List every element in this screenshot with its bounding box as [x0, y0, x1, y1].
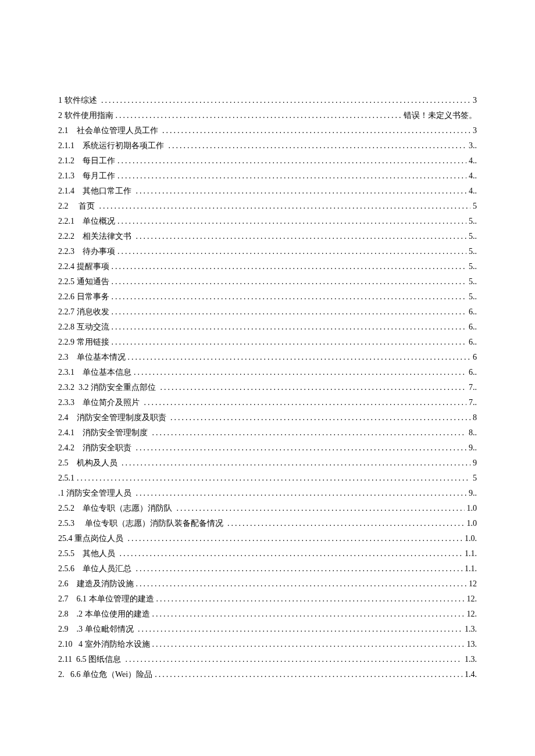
toc-label: 2.2.1 单位概况 — [58, 214, 115, 229]
toc-page: 3.. — [469, 138, 477, 153]
toc-entry: 2.4.1 消防安全管理制度 8.. — [58, 425, 477, 440]
toc-dots — [117, 244, 466, 259]
toc-page: 4.. — [469, 169, 477, 184]
toc-label: 2.5.5 其他人员 — [58, 546, 117, 561]
toc-dots — [112, 259, 467, 274]
toc-entry: 2.10 4 室外消防给水设施 13. — [58, 637, 477, 652]
toc-entry: 2.5.2 单位专职（志愿）消防队 1.0 — [58, 501, 477, 516]
toc-dots — [117, 153, 466, 169]
toc-label: 25.4 重点岗位人员 — [58, 531, 126, 546]
toc-page: 13. — [467, 637, 477, 652]
toc-page: 7.. — [469, 395, 477, 410]
toc-entry: 2 软件使用指南 错误！未定义书签。 — [58, 108, 477, 123]
toc-entry: 2.3 单位基本情况 6 — [58, 350, 477, 365]
toc-label: 2.2 首页 — [58, 199, 97, 214]
toc-page: 错误！未定义书签。 — [404, 108, 477, 123]
toc-entry: 1 软件综述 3 — [58, 93, 477, 108]
toc-page: 9.. — [469, 486, 477, 501]
toc-entry: 2.5 机构及人员 9 — [58, 456, 477, 471]
toc-dots — [155, 667, 462, 682]
toc-label: 2.8 .2 本单位使用的建造 — [58, 607, 150, 622]
toc-label: 2.2.8 互动交流 — [58, 320, 109, 335]
toc-page: 4.. — [469, 153, 477, 169]
toc-page: 6.. — [469, 304, 477, 320]
toc-page: 12 — [469, 576, 477, 592]
toc-dots — [227, 516, 465, 531]
toc-entry: 2.2.8 互动交流 6.. — [58, 320, 477, 335]
toc-dots — [138, 622, 462, 637]
toc-label: 2.2.6 日常事务 — [58, 289, 109, 304]
toc-entry: 2.11 6.5 图纸信息 1.3. — [58, 652, 477, 667]
toc-label: 2.4 消防安全管理制度及职责 — [58, 410, 168, 425]
toc-dots — [162, 123, 470, 138]
toc-label: 1 软件综述 — [58, 93, 99, 108]
toc-label: 2 软件使用指南 — [58, 108, 113, 123]
toc-page: 5.. — [469, 244, 477, 259]
toc-page: 8 — [473, 410, 477, 425]
toc-page: 6.. — [469, 320, 477, 335]
toc-entry: 2.2.5 通知通告 5.. — [58, 274, 477, 289]
toc-page: 1.3. — [465, 652, 477, 667]
toc-dots — [101, 93, 470, 108]
toc-label: 2.1 社会单位管理人员工作 — [58, 123, 160, 138]
toc-dots — [136, 229, 467, 244]
toc-label: 2.10 4 室外消防给水设施 — [58, 637, 150, 652]
toc-entry: 2.2.4 提醒事项 5.. — [58, 259, 477, 274]
toc-label: 2.1.4 其他口常工作 — [58, 184, 134, 199]
toc-dots — [99, 199, 471, 214]
toc-page: 5.. — [469, 259, 477, 274]
toc-label: 2.4.2 消防安全职责 — [58, 440, 134, 456]
toc-entry: 2.2.6 日常事务 5.. — [58, 289, 477, 304]
toc-dots — [136, 561, 463, 576]
toc-dots — [77, 471, 470, 486]
toc-dots — [112, 289, 467, 304]
toc-page: 5.. — [469, 214, 477, 229]
toc-page: 5.. — [469, 289, 477, 304]
toc-entry: 2.1.4 其他口常工作 4.. — [58, 184, 477, 199]
toc-label: 2.3.3 单位简介及照片 — [58, 395, 142, 410]
toc-page: 1.0. — [465, 531, 477, 546]
toc-entry: 2.3.1 单位基本信息 6.. — [58, 365, 477, 380]
toc-label: 2.5.6 单位人员汇总 — [58, 561, 134, 576]
toc-entry: 2.5.3 单位专职（志愿）消防队装备配备情况 1.0 — [58, 516, 477, 531]
toc-label: 2.3.2 3.2 消防安全重点部位 — [58, 380, 158, 395]
toc-page: 9.. — [469, 440, 477, 456]
toc-page: 7.. — [469, 380, 477, 395]
toc-label: 2.2.4 提醒事项 — [58, 259, 109, 274]
toc-page: 3 — [473, 123, 477, 138]
toc-page: 6.. — [469, 335, 477, 350]
toc-dots — [117, 169, 466, 184]
toc-page: 1.0 — [467, 516, 477, 531]
toc-page: 1.1. — [465, 546, 477, 561]
toc-entry: 2.1.1 系统运行初期各项工作 3.. — [58, 138, 477, 153]
toc-page: 5.. — [469, 274, 477, 289]
toc-entry: 2.5.6 单位人员汇总 1.1. — [58, 561, 477, 576]
toc-entry: 2.1.3 每月工作 4.. — [58, 169, 477, 184]
toc-label: 2.5 机构及人员 — [58, 456, 119, 471]
toc-dots — [122, 456, 470, 471]
toc-page: 3 — [473, 93, 477, 108]
table-of-contents: 1 软件综述 3 2 软件使用指南 错误！未定义书签。 2.1 社会单位管理人员… — [58, 93, 477, 682]
toc-page: 4.. — [469, 184, 477, 199]
toc-dots — [136, 576, 467, 592]
toc-page: 8.. — [469, 425, 477, 440]
toc-dots — [116, 108, 402, 123]
toc-page: 1.3. — [465, 622, 477, 637]
toc-label: 2.2.3 待办事项 — [58, 244, 115, 259]
toc-label: 2.6 建造及消防设施 — [58, 576, 134, 592]
toc-entry: 2.2.9 常用链接 6.. — [58, 335, 477, 350]
toc-label: 2.3.1 单位基本信息 — [58, 365, 131, 380]
toc-dots — [112, 335, 467, 350]
toc-entry: 2.5.1 5 — [58, 471, 477, 486]
toc-page: 1.1. — [465, 561, 477, 576]
toc-dots — [128, 531, 463, 546]
toc-page: 12. — [467, 592, 477, 607]
toc-page: 5 — [473, 471, 477, 486]
toc-dots — [170, 410, 470, 425]
toc-label: 2.5.2 单位专职（志愿）消防队 — [58, 501, 174, 516]
toc-label: 2.3 单位基本情况 — [58, 350, 126, 365]
toc-dots — [152, 425, 467, 440]
toc-label: 2.9 .3 单位毗邻情况 — [58, 622, 135, 637]
toc-label: 2.7 6.1 本单位管理的建造 — [58, 592, 154, 607]
toc-dots — [136, 486, 467, 501]
